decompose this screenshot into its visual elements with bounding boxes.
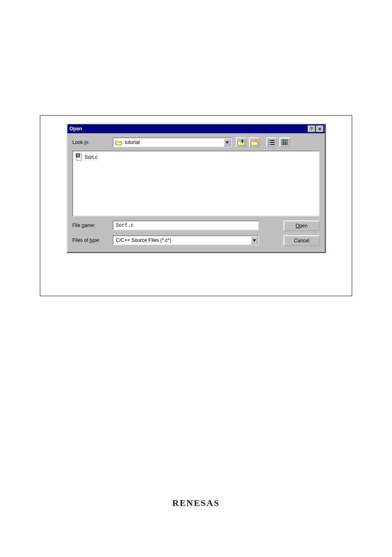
open-dialog: Open ? ✕ Look in: tutorial xyxy=(67,123,325,253)
file-item[interactable]: C Sort.c xyxy=(75,153,317,161)
dialog-title: Open xyxy=(69,126,82,132)
svg-rect-7 xyxy=(270,142,274,143)
file-listing-area[interactable]: C Sort.c xyxy=(72,151,320,216)
dialog-body: Look in: tutorial xyxy=(67,133,325,252)
filetype-value: C/C++ Source Files (*.c*) xyxy=(113,237,251,243)
svg-text:C: C xyxy=(77,154,79,157)
filetype-dropdown-arrow[interactable] xyxy=(251,236,258,244)
list-view-button[interactable] xyxy=(266,137,277,147)
filename-label: File name: xyxy=(72,223,113,228)
close-button[interactable]: ✕ xyxy=(316,125,323,132)
filename-input[interactable]: Sort.c xyxy=(113,220,259,230)
lookin-label: Look in: xyxy=(72,139,113,145)
filetype-row: Files of type: C/C++ Source Files (*.c*) xyxy=(72,235,276,245)
svg-rect-5 xyxy=(270,140,274,141)
list-view-icon xyxy=(268,139,275,145)
create-new-folder-button[interactable] xyxy=(249,137,260,147)
svg-rect-6 xyxy=(268,142,270,143)
lookin-row: Look in: tutorial xyxy=(72,137,320,147)
details-view-button[interactable] xyxy=(279,137,290,147)
help-button[interactable]: ? xyxy=(308,125,315,132)
folder-open-icon xyxy=(115,139,122,145)
bottom-section: File name: Sort.c Files of type: C/C++ S… xyxy=(72,220,320,246)
c-source-file-icon: C xyxy=(76,153,83,161)
close-icon: ✕ xyxy=(318,127,321,131)
svg-rect-8 xyxy=(268,144,270,145)
titlebar-buttons: ? ✕ xyxy=(307,125,323,132)
filetype-label: Files of type: xyxy=(72,237,113,243)
footer-logo: RENESAS xyxy=(0,498,392,508)
titlebar: Open ? ✕ xyxy=(67,124,325,133)
help-icon: ? xyxy=(310,127,313,131)
file-item-label: Sort.c xyxy=(85,154,97,160)
lookin-value: tutorial xyxy=(124,139,224,145)
details-view-icon xyxy=(281,139,288,145)
open-button[interactable]: Open xyxy=(284,220,320,231)
bottom-left: File name: Sort.c Files of type: C/C++ S… xyxy=(72,220,276,246)
svg-rect-10 xyxy=(281,139,288,141)
cancel-button[interactable]: Cancel xyxy=(284,235,320,246)
filename-value: Sort.c xyxy=(116,223,134,228)
svg-rect-4 xyxy=(268,140,270,141)
bottom-right: Open Cancel xyxy=(284,220,320,246)
lookin-toolbar xyxy=(236,137,290,147)
lookin-dropdown-arrow[interactable] xyxy=(224,138,231,146)
create-new-folder-icon xyxy=(251,139,258,146)
up-one-level-button[interactable] xyxy=(236,137,247,147)
lookin-combo[interactable]: tutorial xyxy=(113,137,232,147)
up-one-level-icon xyxy=(238,139,245,146)
filename-row: File name: Sort.c xyxy=(72,220,276,230)
filetype-select[interactable]: C/C++ Source Files (*.c*) xyxy=(113,235,259,245)
svg-rect-9 xyxy=(270,144,274,145)
renesas-logo-text: RENESAS xyxy=(172,498,219,508)
